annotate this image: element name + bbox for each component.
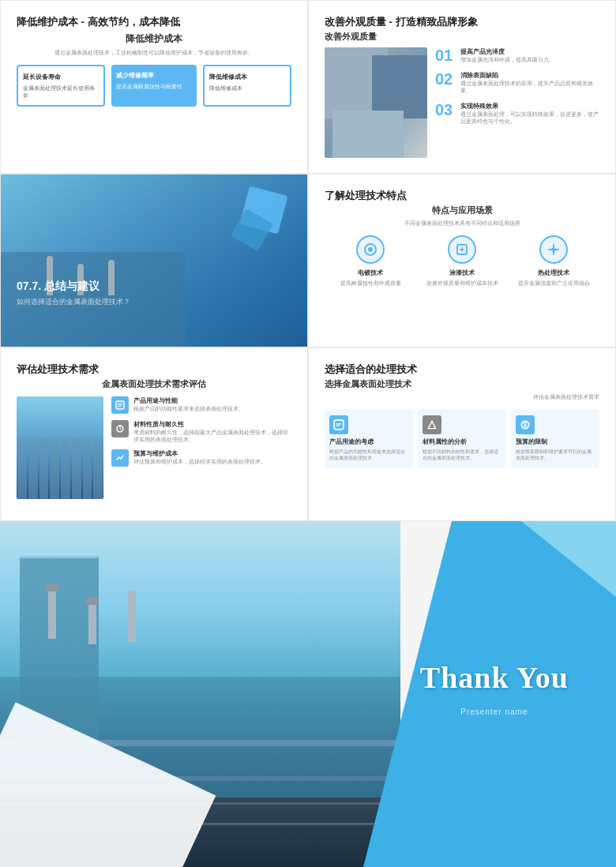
card3-desc: 降低维修成本: [209, 84, 285, 92]
fence-l3: [39, 437, 49, 499]
slide5-content: 产品用途与性能 根据产品的功能性要求来选择表面处理技术。 材料性质与耐久性 考虑…: [17, 396, 291, 499]
feat2-desc: 考虑材料的耐久性，选择能最大产品金属表面处理技术，选择经济实用的表面处理技术。: [133, 429, 291, 443]
tech3-desc: 提升金属强度和广泛应用场合: [508, 280, 599, 287]
item1-title: 提高产品光泽度: [460, 47, 554, 56]
slide2-sub-title: 改善外观质量: [325, 31, 599, 43]
tech-heat: 热处理技术 提升金属强度和广泛应用场合: [508, 235, 599, 287]
budget-icon: [115, 453, 125, 463]
tc-icon-budget: [516, 415, 535, 434]
svg-point-3: [552, 248, 556, 252]
slide5-sub-title: 金属表面处理技术需求评估: [17, 378, 291, 390]
slide2-image: [325, 47, 427, 158]
tech2-desc: 改善外观质量和维护成本技术: [416, 280, 508, 287]
tc1-title: 产品用途的考虑: [329, 438, 408, 446]
img-block-3: [332, 111, 404, 158]
slide-thank-you: Thank You Presenter name 手力: [0, 521, 616, 867]
num-item-3: 03 实现特殊效果 通过金属表面处理，可以实现特殊效果，促进更多，使产品更具特色…: [435, 102, 599, 125]
slide1-sub-title: 降低维护成本: [17, 32, 291, 46]
item3-title: 实现特殊效果: [460, 102, 599, 111]
material-icon: [115, 424, 125, 434]
product-usage-icon: [115, 400, 125, 410]
slide5-features: 产品用途与性能 根据产品的功能性要求来选择表面处理技术。 材料性质与耐久性 考虑…: [111, 396, 291, 499]
item1-desc: 增加金属光泽和外观，提高其吸引力。: [460, 56, 554, 63]
fence-l2: [28, 437, 38, 499]
pipe-cap-b: [86, 597, 99, 605]
slide6-desc: 评估金属表面处理技术需求: [325, 393, 599, 401]
card-lower-cost: 降低维修成本 降低维修成本: [203, 65, 291, 107]
slide4-desc: 不同金属表面处理技术具有不同特点和适用场景: [325, 220, 599, 227]
slide1-desc: 通过金属表面处理技术，工业机械制造可以降低维护成本，节省设备的使用寿命。: [17, 49, 291, 57]
tech1-name: 电镀技术: [325, 268, 416, 277]
tc-product: 产品用途的考虑 根据产品的功能性和用途来选择适合的金属表面处理技术。: [325, 409, 413, 468]
slide-choose-tech: 选择适合的处理技术 选择金属表面处理技术 评估金属表面处理技术需求 产品用途的考…: [308, 347, 616, 521]
card-reduce-freq: 减少维修频率 提高金属耐腐蚀性与耐磨性: [111, 65, 197, 107]
feat-text-budget: 预算与维护成本 评估预算和维护成本，选择经济实用的表面处理技术。: [133, 449, 266, 465]
feat1-desc: 根据产品的功能性要求来选择表面处理技术。: [133, 405, 244, 412]
chapter-sub: 如何选择适合的金属表面处理技术？: [17, 297, 291, 307]
plating-icon: [363, 242, 377, 257]
feat3-title: 预算与维护成本: [133, 449, 266, 458]
fence-l7: [83, 437, 92, 499]
pipe-c: [128, 591, 136, 642]
tc-budget-icon: [520, 419, 531, 430]
slide2-main-title: 改善外观质量 - 打造精致品牌形象: [325, 15, 599, 29]
fence-l4: [50, 437, 59, 499]
num-badge-3: 03: [435, 102, 454, 118]
num-content-3: 实现特殊效果 通过金属表面处理，可以实现特殊效果，促进更多，使产品更具特色与个性…: [460, 102, 599, 125]
tc3-desc: 根据预算限制和维护要求可行的金属表面处理技术。: [516, 449, 595, 462]
tc2-title: 材料属性的分析: [423, 438, 501, 446]
slide6-sub-title: 选择金属表面处理技术: [325, 378, 599, 390]
slide1-cards: 延长设备寿命 金属表面处理技术延长使用寿命 减少维修频率 提高金属耐腐蚀性与耐磨…: [17, 65, 291, 107]
feat-icon-product: [111, 396, 129, 414]
plating-circle: [356, 235, 385, 264]
tech-plating: 电镀技术 提高耐腐蚀性和外观质量: [325, 235, 416, 287]
slide2-content: 01 提高产品光泽度 增加金属光泽和外观，提高其吸引力。 02 消除表面缺陷 通…: [325, 47, 599, 158]
feat-text-material: 材料性质与耐久性 考虑材料的耐久性，选择能最大产品金属表面处理技术，选择经济实用…: [133, 420, 291, 443]
item2-desc: 通过金属表面处理技术的应用，提升产品品质和视觉效果。: [460, 80, 599, 94]
tech2-name: 涂漆技术: [416, 268, 508, 277]
tc2-desc: 根据不同材料的特性和需求，选择适合的金属表面处理技术。: [423, 449, 501, 462]
tc-material-icon: [426, 419, 438, 430]
paint-icon: [455, 242, 469, 257]
pipe-cap-a: [46, 584, 58, 591]
slide1-main-title: 降低维护成本 - 高效节约，成本降低: [17, 15, 291, 29]
tc-icon-material: [423, 415, 441, 434]
num-item-1: 01 提高产品光泽度 增加金属光泽和外观，提高其吸引力。: [435, 47, 599, 63]
card-extend-life: 延长设备寿命 金属表面处理技术延长使用寿命: [17, 65, 105, 107]
slide4-sub-title: 特点与应用场景: [325, 205, 599, 216]
card1-title: 延长设备寿命: [23, 73, 99, 81]
card3-title: 降低维修成本: [209, 73, 285, 81]
presenter-name: Presenter name: [420, 707, 569, 716]
feat-icon-budget: [111, 449, 129, 467]
tech3-name: 热处理技术: [508, 268, 599, 277]
slide5-image: [17, 396, 103, 499]
item2-title: 消除表面缺陷: [460, 71, 599, 80]
fence-l5: [61, 437, 70, 499]
thank-you-text: Thank You: [420, 660, 569, 695]
svg-rect-6: [334, 420, 344, 430]
feature-product: 产品用途与性能 根据产品的功能性要求来选择表面处理技术。: [111, 396, 291, 414]
feat2-title: 材料性质与耐久性: [133, 420, 291, 429]
feature-budget: 预算与维护成本 评估预算和维护成本，选择经济实用的表面处理技术。: [111, 449, 291, 467]
slide-tech-features: 了解处理技术特点 特点与应用场景 不同金属表面处理技术具有不同特点和适用场景 电…: [308, 174, 616, 347]
slide2-items: 01 提高产品光泽度 增加金属光泽和外观，提高其吸引力。 02 消除表面缺陷 通…: [435, 47, 599, 158]
slide-reduce-maintenance: 降低维护成本 - 高效节约，成本降低 降低维护成本 通过金属表面处理技术，工业机…: [0, 0, 308, 174]
tech-paint: 涂漆技术 改善外观质量和维护成本技术: [416, 235, 508, 287]
feat-text-product: 产品用途与性能 根据产品的功能性要求来选择表面处理技术。: [133, 396, 244, 412]
card2-title: 减少维修频率: [116, 71, 192, 80]
thank-you-section: Thank You Presenter name: [420, 660, 569, 716]
feature-material: 材料性质与耐久性 考虑材料的耐久性，选择能最大产品金属表面处理技术，选择经济实用…: [111, 420, 291, 443]
slide-summary: 07.7. 总结与建议 如何选择适合的金属表面处理技术？: [0, 174, 308, 347]
fence-visual: [17, 437, 103, 499]
paint-circle: [448, 235, 476, 264]
tc1-desc: 根据产品的功能性和用途来选择适合的金属表面处理技术。: [329, 449, 408, 462]
tc-product-icon: [333, 419, 344, 430]
tc-icon-product: [329, 415, 348, 434]
svg-point-1: [368, 247, 373, 252]
slide2-image-inner: [325, 47, 427, 158]
slide5-main-title: 评估处理技术需求: [17, 362, 291, 377]
img-block-2: [372, 55, 427, 118]
feat1-title: 产品用途与性能: [133, 396, 244, 405]
feat3-desc: 评估预算和维护成本，选择经济实用的表面处理技术。: [133, 458, 266, 465]
num-item-2: 02 消除表面缺陷 通过金属表面处理技术的应用，提升产品品质和视觉效果。: [435, 71, 599, 94]
